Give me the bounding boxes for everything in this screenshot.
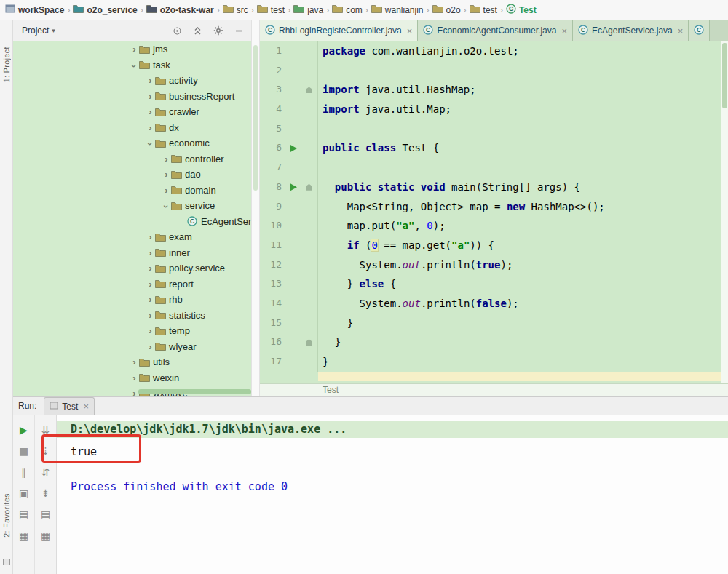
run-icon[interactable] [290,144,297,152]
breadcrumb-item-wanlianjin[interactable]: wanlianjin [370,4,425,15]
breadcrumb-item-o2o[interactable]: o2o [431,4,462,15]
breadcrumb-item-com[interactable]: com [331,4,364,15]
chevron-right-icon[interactable]: › [146,123,155,132]
close-icon[interactable]: × [83,401,89,412]
tree-item-exam[interactable]: ›exam [13,229,251,245]
breadcrumb-item-test[interactable]: test [468,4,499,15]
hide-icon[interactable] [234,26,244,36]
code-line[interactable]: 15 } [260,314,728,333]
tree-item-dao[interactable]: ›dao [13,167,251,183]
code-line[interactable]: 9 Map<String, Object> map = new HashMap<… [260,197,728,217]
clear-all-icon[interactable]: ▦ [19,530,28,541]
code-line[interactable]: 14 System.out.println(false); [260,294,728,314]
tree-item-weixin[interactable]: ›weixin [13,370,251,386]
tree-item-service[interactable]: ›service [13,198,251,214]
chevron-right-icon[interactable]: › [146,342,155,351]
breadcrumb-item-workspace[interactable]: workSpace [4,4,66,15]
tree-item-statistics[interactable]: ›statistics [13,308,251,324]
project-view-dropdown[interactable]: Project ▾ [22,25,55,36]
clear-console-icon[interactable]: ▦ [41,530,50,541]
chevron-right-icon[interactable]: › [162,186,171,195]
editor-tab-4[interactable]: C [689,20,710,41]
chevron-right-icon[interactable]: › [146,107,155,116]
line-number[interactable]: 13 [260,274,282,294]
tree-horizontal-scrollbar[interactable] [138,389,251,394]
run-tab-test[interactable]: Test × [44,397,95,415]
tree-item-rhb[interactable]: ›rhb [13,292,251,308]
editor-scrollbar[interactable] [721,41,728,383]
code-editor[interactable]: 1package com.wanlianjin.o2o.test;23impor… [260,41,728,383]
line-number[interactable]: 14 [260,294,282,314]
print-console-icon[interactable]: ▤ [41,509,50,520]
chevron-right-icon[interactable]: › [146,295,155,304]
editor-tab-ecagentservice-java[interactable]: CEcAgentService.java× [573,20,689,41]
editor-breadcrumb-item[interactable]: Test [323,385,339,395]
breadcrumb-item-src[interactable]: src [221,4,250,15]
code-line[interactable]: 8 public static void main(String[] args)… [260,178,728,197]
line-number[interactable]: 4 [260,100,282,119]
breadcrumb-item-test[interactable]: test [256,4,286,15]
close-icon[interactable]: × [678,25,684,36]
code-line[interactable]: 12 System.out.println(true); [260,255,728,275]
tree-item-utils[interactable]: ›utils [13,354,251,370]
restore-layout-icon[interactable]: ⇵ [41,466,50,478]
chevron-down-icon[interactable]: › [130,61,139,71]
code-line[interactable]: 6public class Test { [260,138,728,158]
tree-item-dx[interactable]: ›dx [13,120,251,136]
line-number[interactable]: 16 [260,332,282,352]
stop-icon[interactable]: ■ [19,445,28,457]
toolwindow-mini-icon[interactable] [3,559,10,565]
tree-item-economic[interactable]: ›economic [13,135,251,151]
print-icon[interactable]: ▤ [19,509,28,520]
line-number[interactable]: 1 [260,41,282,61]
chevron-right-icon[interactable]: › [146,311,155,320]
chevron-right-icon[interactable]: › [146,76,155,85]
line-number[interactable]: 15 [260,314,282,333]
tree-item-controller[interactable]: ›controller [13,151,251,167]
chevron-right-icon[interactable]: › [146,326,155,335]
editor-tab-rhbloginregistecontroller-java[interactable]: CRhbLoginRegisteController.java× [260,20,418,41]
toolwindow-button-project[interactable]: 1: Project [2,47,11,82]
screenshot-icon[interactable]: ▣ [19,487,28,499]
line-number[interactable]: 6 [260,138,282,158]
code-line[interactable]: 16 } [260,332,728,352]
line-number[interactable]: 10 [260,216,282,236]
tree-item-task[interactable]: ›task [13,57,251,73]
tree-item-businessreport[interactable]: ›businessReport [13,89,251,105]
chevron-right-icon[interactable]: › [162,170,171,179]
locate-icon[interactable] [173,26,182,36]
chevron-right-icon[interactable]: › [130,388,139,396]
scrollbar-thumb[interactable] [722,43,727,108]
console-output[interactable]: D:\develop\jdk\jdk1.7\jdk\bin\java.exe .… [57,415,728,574]
tree-item-activity[interactable]: ›activity [13,73,251,89]
tree-item-crawler[interactable]: ›crawler [13,104,251,120]
breadcrumb-item-test[interactable]: CTest [505,4,538,16]
line-number[interactable]: 17 [260,352,282,372]
chevron-right-icon[interactable]: › [146,232,155,242]
tree-item-domain[interactable]: ›domain [13,183,251,199]
line-number[interactable]: 5 [260,119,282,139]
code-line[interactable]: 2 [260,61,728,81]
chevron-right-icon[interactable]: › [146,248,155,258]
line-number[interactable]: 7 [260,158,282,178]
chevron-right-icon[interactable]: › [130,373,139,383]
code-line[interactable]: 1package com.wanlianjin.o2o.test; [260,41,728,61]
code-line[interactable]: 11 if (0 == map.get("a")) { [260,236,728,255]
code-line[interactable]: 17} [260,352,728,372]
close-icon[interactable]: × [407,25,413,36]
line-number[interactable]: 9 [260,197,282,217]
code-line[interactable]: 7 [260,158,728,178]
chevron-right-icon[interactable]: › [146,279,155,289]
code-line[interactable]: 5 [260,119,728,139]
code-line[interactable]: 10 map.put("a", 0); [260,216,728,236]
tree-item-ecagentserv[interactable]: CEcAgentServ [13,214,251,230]
settings-icon[interactable] [213,25,223,36]
chevron-right-icon[interactable]: › [130,44,139,54]
line-number[interactable]: 12 [260,255,282,275]
toolwindow-button-favorites[interactable]: 2: Favorites [2,493,11,538]
tree-item-wlyear[interactable]: ›wlyear [13,339,251,355]
tree-vertical-scrollbar[interactable] [251,20,260,396]
code-line[interactable]: 3import java.util.HashMap; [260,80,728,100]
tree-item-inner[interactable]: ›inner [13,245,251,261]
breadcrumb-item-java[interactable]: java [292,4,325,15]
